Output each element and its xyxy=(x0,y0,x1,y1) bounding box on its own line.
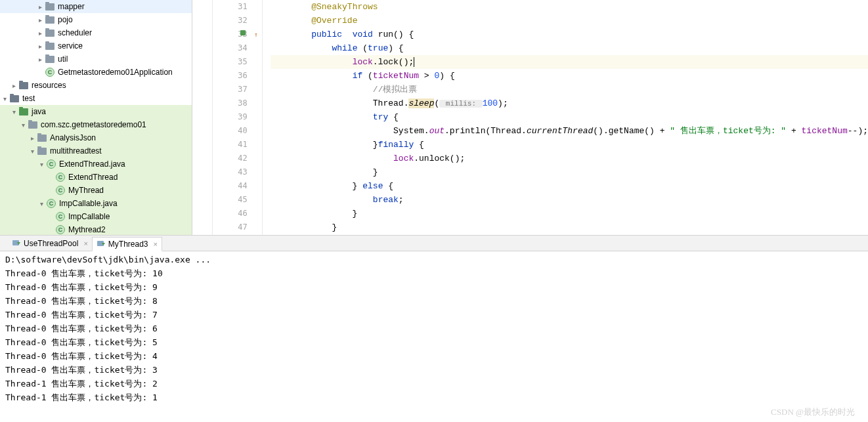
close-icon[interactable]: × xyxy=(154,240,158,248)
class-icon: C xyxy=(45,67,55,77)
code-line[interactable]: if (ticketNum > 0) { xyxy=(271,69,868,83)
tree-arrow-icon[interactable]: ▸ xyxy=(35,43,45,50)
tree-label: AnalysisJson xyxy=(50,133,96,142)
tree-item-mythread2[interactable]: ▸CMythread2 xyxy=(0,223,192,235)
run-tabs-bar[interactable]: UseThreadPool×MyThread3× xyxy=(0,236,868,251)
line-number[interactable]: 35 xyxy=(213,55,248,69)
line-number[interactable]: 39 xyxy=(213,110,248,124)
folder-icon xyxy=(28,119,38,130)
tree-arrow-icon[interactable]: ▾ xyxy=(37,200,46,207)
tree-item-resources[interactable]: ▸resources xyxy=(0,79,192,92)
tree-arrow-icon[interactable]: ▾ xyxy=(37,161,46,168)
tab-label: MyThread3 xyxy=(108,240,148,249)
tree-arrow-icon[interactable]: ▸ xyxy=(35,16,45,24)
code-line[interactable]: Thread.sleep( millis: 100); xyxy=(271,96,868,110)
code-line[interactable]: } xyxy=(271,165,868,179)
tree-item-scheduler[interactable]: ▸scheduler xyxy=(0,26,192,39)
code-line[interactable]: } xyxy=(271,221,868,234)
tree-item-extendthread-java[interactable]: ▾CExtendThread.java xyxy=(0,158,192,171)
line-number[interactable]: 41 xyxy=(213,138,248,152)
folder-icon xyxy=(18,106,29,117)
tree-item-test[interactable]: ▾test xyxy=(0,92,192,105)
tree-label: ExtendThread.java xyxy=(59,159,125,169)
tree-label: test xyxy=(22,94,35,103)
tree-arrow-icon[interactable]: ▾ xyxy=(28,148,37,155)
tree-arrow-icon[interactable]: ▸ xyxy=(35,30,45,37)
tree-item-extendthread[interactable]: ▸CExtendThread xyxy=(0,171,192,184)
line-number[interactable]: 36 xyxy=(213,69,248,83)
line-number[interactable]: 45 xyxy=(213,193,248,207)
code-editor[interactable]: 313233↑3435363738394041424344454647 @Sne… xyxy=(192,0,868,235)
code-line[interactable]: public void run() { xyxy=(271,28,868,41)
class-icon: C xyxy=(55,211,66,222)
project-tree[interactable]: ▸mapper▸pojo▸scheduler▸service▸util▸CGet… xyxy=(0,0,192,235)
tree-item-pojo[interactable]: ▸pojo xyxy=(0,13,192,26)
line-number[interactable]: 40 xyxy=(213,124,248,138)
console-output[interactable]: D:\software\devSoft\jdk\bin\java.exe ...… xyxy=(0,251,868,422)
tree-label: resources xyxy=(32,81,66,90)
tree-arrow-icon[interactable]: ▾ xyxy=(18,121,28,129)
tree-item-analysisjson[interactable]: ▸AnalysisJson xyxy=(0,131,192,144)
tree-label: com.szc.getmetastoredemo01 xyxy=(41,120,146,129)
code-line[interactable]: } xyxy=(271,207,868,221)
code-line[interactable]: }finally { xyxy=(271,138,868,152)
console-line: Thread-0 售出车票，ticket号为: 5 xyxy=(5,335,863,349)
code-line[interactable]: lock.lock(); xyxy=(271,55,868,69)
run-tab-usethreadpool[interactable]: UseThreadPool× xyxy=(8,236,92,251)
line-number[interactable]: 33↑ xyxy=(213,28,248,41)
console-line: D:\software\devSoft\jdk\bin\java.exe ... xyxy=(5,253,863,266)
tree-arrow-icon[interactable]: ▸ xyxy=(35,56,45,63)
folder-icon xyxy=(37,146,47,156)
close-icon[interactable]: × xyxy=(83,240,87,247)
code-line[interactable]: } else { xyxy=(271,179,868,193)
console-line: Thread-0 售出车票，ticket号为: 3 xyxy=(5,363,863,377)
folder-icon xyxy=(18,80,29,91)
code-line[interactable]: try { xyxy=(271,110,868,124)
tree-item-mapper[interactable]: ▸mapper xyxy=(0,0,192,13)
tree-label: Mythread2 xyxy=(68,225,106,234)
tree-arrow-icon[interactable]: ▾ xyxy=(0,95,9,102)
line-number[interactable]: 42 xyxy=(213,152,248,165)
run-tab-mythread3[interactable]: MyThread3× xyxy=(92,237,162,251)
line-gutter[interactable]: 313233↑3435363738394041424344454647 xyxy=(213,0,263,235)
tree-item-com-szc-getmetastoredemo01[interactable]: ▾com.szc.getmetastoredemo01 xyxy=(0,118,192,131)
tree-item-java[interactable]: ▾java xyxy=(0,105,192,118)
tree-item-service[interactable]: ▸service xyxy=(0,39,192,53)
code-line[interactable]: lock.unlock(); xyxy=(271,152,868,165)
tree-label: mapper xyxy=(58,2,85,11)
override-gutter-icon[interactable] xyxy=(240,30,246,35)
tree-label: ExtendThread xyxy=(68,173,118,182)
code-line[interactable]: break; xyxy=(271,193,868,207)
line-number[interactable]: 32 xyxy=(213,14,248,28)
line-number[interactable]: 38 xyxy=(213,96,248,110)
line-number[interactable]: 31 xyxy=(213,0,248,14)
code-line[interactable]: @SneakyThrows xyxy=(271,0,868,14)
tree-arrow-icon[interactable]: ▾ xyxy=(9,108,18,116)
tree-item-getmetastoredemo01application[interactable]: ▸CGetmetastoredemo01Application xyxy=(0,66,192,79)
console-line: Thread-0 售出车票，ticket号为: 10 xyxy=(5,266,863,280)
tree-item-util[interactable]: ▸util xyxy=(0,53,192,66)
tree-item-impcallable-java[interactable]: ▾CImpCallable.java xyxy=(0,197,192,210)
tree-label: ImpCallable xyxy=(68,212,110,221)
tree-label: Getmetastoredemo01Application xyxy=(58,68,173,77)
line-number[interactable]: 43 xyxy=(213,165,248,179)
code-line[interactable]: while (true) { xyxy=(271,41,868,55)
code-body[interactable]: @SneakyThrows @Override public void run(… xyxy=(263,0,868,235)
tree-item-multithreadtest[interactable]: ▾multithreadtest xyxy=(0,144,192,158)
line-number[interactable]: 47 xyxy=(213,221,248,234)
tree-item-mythread[interactable]: ▸CMyThread xyxy=(0,184,192,197)
tree-arrow-icon[interactable]: ▸ xyxy=(28,135,37,142)
code-line[interactable]: @Override xyxy=(271,14,868,28)
folder-icon xyxy=(45,41,55,51)
code-line[interactable]: //模拟出票 xyxy=(271,83,868,96)
tree-arrow-icon[interactable]: ▸ xyxy=(35,3,45,11)
line-number[interactable]: 37 xyxy=(213,83,248,96)
tree-arrow-icon[interactable]: ▸ xyxy=(9,82,18,89)
folder-icon xyxy=(45,1,55,12)
code-line[interactable]: System.out.println(Thread.currentThread(… xyxy=(271,124,868,138)
line-number[interactable]: 44 xyxy=(213,179,248,193)
tree-item-impcallable[interactable]: ▸CImpCallable xyxy=(0,210,192,223)
line-number[interactable]: 34 xyxy=(213,41,248,55)
class-icon: C xyxy=(46,159,56,169)
line-number[interactable]: 46 xyxy=(213,207,248,221)
